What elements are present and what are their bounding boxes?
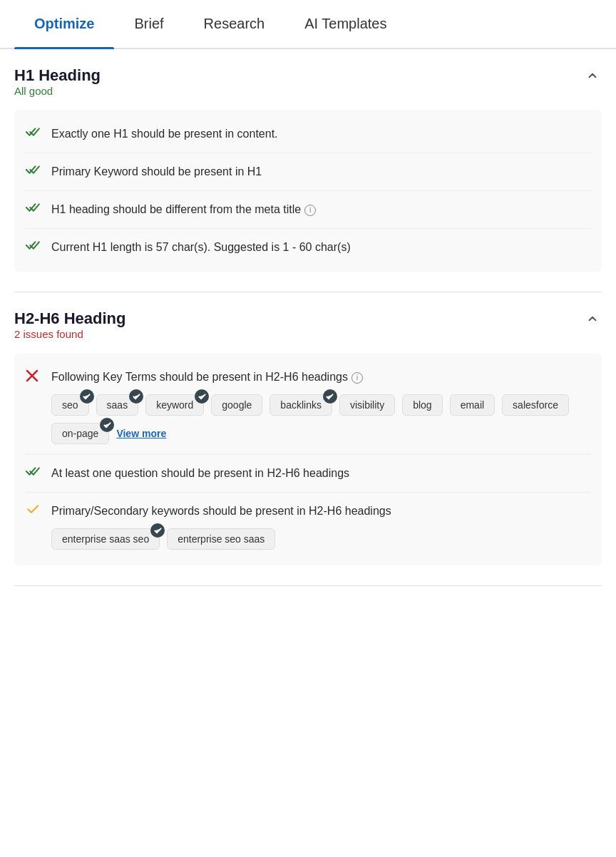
tag-visibility: visibility bbox=[339, 394, 395, 416]
tag-salesforce: salesforce bbox=[502, 394, 569, 416]
section-title-h1-heading: H1 Heading bbox=[14, 66, 101, 85]
tag-checked-badge bbox=[129, 389, 143, 404]
tag-google: google bbox=[211, 394, 262, 416]
info-icon[interactable]: i bbox=[304, 205, 316, 216]
section-header-h2h6-heading: H2-H6 Heading2 issues found bbox=[14, 309, 602, 340]
tag-enterprise-seo-saas: enterprise seo saas bbox=[167, 528, 275, 550]
section-title-h2h6-heading: H2-H6 Heading bbox=[14, 309, 125, 328]
tab-bar: OptimizeBriefResearchAI Templates bbox=[0, 0, 616, 49]
check-item-h1-check4: Current H1 length is 57 char(s). Suggest… bbox=[26, 229, 590, 266]
check-item-h1-check3: H1 heading should be different from the … bbox=[26, 191, 590, 229]
tags-h2h6-check3: enterprise saas seo enterprise seo saas bbox=[51, 528, 590, 550]
tag-email: email bbox=[450, 394, 495, 416]
section-h1-heading: H1 HeadingAll good Exactly one H1 should… bbox=[14, 49, 602, 292]
pass-icon bbox=[26, 202, 41, 217]
view-more-link[interactable]: View more bbox=[116, 423, 166, 444]
tab-research[interactable]: Research bbox=[184, 0, 285, 48]
check-text-h1-check3: H1 heading should be different from the … bbox=[51, 203, 316, 215]
check-text-h2h6-check1: Following Key Terms should be present in… bbox=[51, 371, 363, 383]
check-item-h1-check1: Exactly one H1 should be present in cont… bbox=[26, 116, 590, 153]
tab-optimize[interactable]: Optimize bbox=[14, 0, 114, 48]
fail-icon bbox=[26, 369, 41, 386]
check-text-h1-check4: Current H1 length is 57 char(s). Suggest… bbox=[51, 241, 351, 253]
section-status-h2h6-heading: 2 issues found bbox=[14, 328, 125, 340]
tag-keyword: keyword bbox=[145, 394, 204, 416]
section-header-h1-heading: H1 HeadingAll good bbox=[14, 66, 602, 97]
check-list-h2h6-heading: Following Key Terms should be present in… bbox=[14, 353, 602, 565]
check-list-h1-heading: Exactly one H1 should be present in cont… bbox=[14, 110, 602, 272]
tag-on-page: on-page bbox=[51, 423, 109, 444]
tag-checked-badge bbox=[100, 418, 114, 432]
check-item-h2h6-check2: At least one question should be present … bbox=[26, 455, 590, 493]
check-item-h1-check2: Primary Keyword should be present in H1 bbox=[26, 153, 590, 191]
chevron-h1-heading[interactable] bbox=[583, 66, 602, 88]
section-status-h1-heading: All good bbox=[14, 85, 101, 97]
section-h2h6-heading: H2-H6 Heading2 issues found Following Ke… bbox=[14, 292, 602, 586]
tag-backlinks: backlinks bbox=[270, 394, 332, 416]
check-item-h2h6-check1: Following Key Terms should be present in… bbox=[26, 359, 590, 455]
pass-icon bbox=[26, 240, 41, 255]
check-item-h2h6-check3: Primary/Secondary keywords should be pre… bbox=[26, 493, 590, 560]
tag-checked-badge bbox=[80, 389, 94, 404]
chevron-h2h6-heading[interactable] bbox=[583, 309, 602, 332]
tab-ai-templates[interactable]: AI Templates bbox=[284, 0, 406, 48]
tag-checked-badge bbox=[323, 389, 337, 404]
tab-brief[interactable]: Brief bbox=[114, 0, 183, 48]
pass-icon bbox=[26, 164, 41, 179]
warn-icon bbox=[26, 503, 41, 518]
check-text-h1-check1: Exactly one H1 should be present in cont… bbox=[51, 128, 278, 140]
info-icon[interactable]: i bbox=[351, 372, 363, 384]
tag-checked-badge bbox=[195, 389, 209, 404]
tag-blog: blog bbox=[402, 394, 442, 416]
tags-h2h6-check1: seo saas keyword googlebacklinks visibil… bbox=[51, 394, 590, 444]
tag-checked-badge bbox=[150, 523, 165, 538]
pass-icon bbox=[26, 466, 41, 481]
main-content: H1 HeadingAll good Exactly one H1 should… bbox=[0, 49, 616, 586]
pass-icon bbox=[26, 126, 41, 141]
tag-saas: saas bbox=[96, 394, 139, 416]
check-text-h2h6-check3: Primary/Secondary keywords should be pre… bbox=[51, 505, 391, 517]
tag-seo: seo bbox=[51, 394, 89, 416]
check-text-h2h6-check2: At least one question should be present … bbox=[51, 467, 349, 479]
tag-enterprise-saas-seo: enterprise saas seo bbox=[51, 528, 160, 550]
check-text-h1-check2: Primary Keyword should be present in H1 bbox=[51, 165, 262, 178]
